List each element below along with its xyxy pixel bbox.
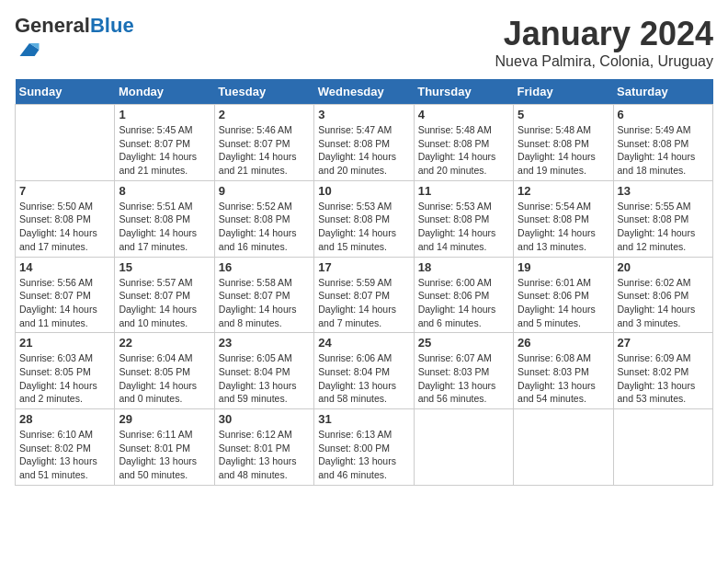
calendar-cell: 29Sunrise: 6:11 AM Sunset: 8:01 PM Dayli… (115, 409, 214, 486)
calendar-cell: 4Sunrise: 5:48 AM Sunset: 8:08 PM Daylig… (414, 105, 513, 181)
calendar-cell: 10Sunrise: 5:53 AM Sunset: 8:08 PM Dayli… (314, 180, 414, 257)
calendar-cell: 14Sunrise: 5:56 AM Sunset: 8:07 PM Dayli… (16, 257, 115, 333)
weekday-header: Monday (115, 79, 214, 105)
calendar-cell: 5Sunrise: 5:48 AM Sunset: 8:08 PM Daylig… (514, 105, 613, 181)
day-number: 2 (219, 108, 310, 121)
day-detail: Sunrise: 5:51 AM Sunset: 8:08 PM Dayligh… (119, 200, 210, 254)
calendar-cell (16, 105, 115, 181)
day-detail: Sunrise: 5:48 AM Sunset: 8:08 PM Dayligh… (518, 123, 609, 178)
calendar-cell: 11Sunrise: 5:53 AM Sunset: 8:08 PM Dayli… (414, 180, 513, 257)
day-detail: Sunrise: 5:47 AM Sunset: 8:08 PM Dayligh… (318, 123, 409, 178)
day-number: 18 (418, 260, 509, 274)
calendar-week-row: 7Sunrise: 5:50 AM Sunset: 8:08 PM Daylig… (16, 180, 713, 257)
day-number: 26 (518, 336, 609, 350)
day-number: 17 (318, 260, 409, 274)
day-detail: Sunrise: 6:12 AM Sunset: 8:01 PM Dayligh… (219, 428, 310, 482)
day-number: 31 (318, 412, 409, 426)
calendar-cell: 2Sunrise: 5:46 AM Sunset: 8:07 PM Daylig… (214, 105, 313, 181)
calendar-cell: 20Sunrise: 6:02 AM Sunset: 8:06 PM Dayli… (613, 257, 712, 333)
day-detail: Sunrise: 5:53 AM Sunset: 8:08 PM Dayligh… (418, 200, 509, 254)
day-number: 16 (219, 260, 310, 274)
page-header: GeneralBlue January 2024 Nueva Palmira, … (15, 15, 713, 70)
calendar-cell: 18Sunrise: 6:00 AM Sunset: 8:06 PM Dayli… (414, 257, 513, 333)
day-number: 27 (618, 336, 709, 350)
day-detail: Sunrise: 5:58 AM Sunset: 8:07 PM Dayligh… (219, 276, 310, 330)
day-number: 12 (518, 184, 609, 198)
calendar-cell: 9Sunrise: 5:52 AM Sunset: 8:08 PM Daylig… (214, 180, 313, 257)
day-detail: Sunrise: 6:06 AM Sunset: 8:04 PM Dayligh… (318, 351, 409, 406)
day-number: 29 (119, 412, 210, 426)
day-number: 23 (219, 336, 310, 350)
logo-icon (17, 37, 42, 63)
day-number: 24 (318, 336, 409, 350)
day-detail: Sunrise: 6:10 AM Sunset: 8:02 PM Dayligh… (19, 428, 110, 482)
location: Nueva Palmira, Colonia, Uruguay (495, 53, 713, 70)
calendar-cell: 8Sunrise: 5:51 AM Sunset: 8:08 PM Daylig… (115, 180, 214, 257)
month-title: January 2024 (495, 15, 713, 53)
day-number: 19 (518, 260, 609, 274)
calendar-cell: 15Sunrise: 5:57 AM Sunset: 8:07 PM Dayli… (115, 257, 214, 333)
weekday-header-row: SundayMondayTuesdayWednesdayThursdayFrid… (16, 79, 713, 105)
weekday-header: Saturday (613, 79, 712, 105)
day-number: 15 (119, 260, 210, 274)
day-number: 28 (19, 412, 110, 426)
calendar-cell: 7Sunrise: 5:50 AM Sunset: 8:08 PM Daylig… (16, 180, 115, 257)
day-detail: Sunrise: 5:52 AM Sunset: 8:08 PM Dayligh… (219, 200, 310, 254)
calendar-cell: 3Sunrise: 5:47 AM Sunset: 8:08 PM Daylig… (314, 105, 414, 181)
day-detail: Sunrise: 6:03 AM Sunset: 8:05 PM Dayligh… (19, 351, 110, 406)
logo-general: General (15, 14, 90, 37)
calendar-cell: 25Sunrise: 6:07 AM Sunset: 8:03 PM Dayli… (414, 333, 513, 409)
day-number: 6 (618, 108, 709, 121)
calendar-table: SundayMondayTuesdayWednesdayThursdayFrid… (15, 79, 713, 486)
calendar-week-row: 14Sunrise: 5:56 AM Sunset: 8:07 PM Dayli… (16, 257, 713, 333)
day-detail: Sunrise: 5:48 AM Sunset: 8:08 PM Dayligh… (418, 123, 509, 178)
day-detail: Sunrise: 5:46 AM Sunset: 8:07 PM Dayligh… (219, 123, 310, 178)
weekday-header: Sunday (16, 79, 115, 105)
day-detail: Sunrise: 6:00 AM Sunset: 8:06 PM Dayligh… (418, 276, 509, 330)
calendar-cell: 1Sunrise: 5:45 AM Sunset: 8:07 PM Daylig… (115, 105, 214, 181)
day-number: 13 (618, 184, 709, 198)
day-detail: Sunrise: 5:53 AM Sunset: 8:08 PM Dayligh… (318, 200, 409, 254)
calendar-week-row: 21Sunrise: 6:03 AM Sunset: 8:05 PM Dayli… (16, 333, 713, 409)
day-number: 14 (19, 260, 110, 274)
day-detail: Sunrise: 5:55 AM Sunset: 8:08 PM Dayligh… (618, 200, 709, 254)
calendar-cell: 21Sunrise: 6:03 AM Sunset: 8:05 PM Dayli… (16, 333, 115, 409)
calendar-cell: 6Sunrise: 5:49 AM Sunset: 8:08 PM Daylig… (613, 105, 712, 181)
logo-text: GeneralBlue (15, 15, 134, 37)
day-number: 25 (418, 336, 509, 350)
title-block: January 2024 Nueva Palmira, Colonia, Uru… (495, 15, 713, 70)
day-detail: Sunrise: 6:01 AM Sunset: 8:06 PM Dayligh… (518, 276, 609, 330)
calendar-cell: 27Sunrise: 6:09 AM Sunset: 8:02 PM Dayli… (613, 333, 712, 409)
day-detail: Sunrise: 6:13 AM Sunset: 8:00 PM Dayligh… (318, 428, 409, 482)
day-detail: Sunrise: 5:57 AM Sunset: 8:07 PM Dayligh… (119, 276, 210, 330)
logo: GeneralBlue (15, 15, 134, 66)
calendar-cell (414, 409, 513, 486)
calendar-cell: 26Sunrise: 6:08 AM Sunset: 8:03 PM Dayli… (514, 333, 613, 409)
day-number: 30 (219, 412, 310, 426)
day-number: 22 (119, 336, 210, 350)
weekday-header: Tuesday (214, 79, 313, 105)
weekday-header: Friday (514, 79, 613, 105)
day-number: 10 (318, 184, 409, 198)
day-number: 4 (418, 108, 509, 121)
day-number: 20 (618, 260, 709, 274)
calendar-cell: 13Sunrise: 5:55 AM Sunset: 8:08 PM Dayli… (613, 180, 712, 257)
day-detail: Sunrise: 6:09 AM Sunset: 8:02 PM Dayligh… (618, 351, 709, 406)
day-detail: Sunrise: 6:05 AM Sunset: 8:04 PM Dayligh… (219, 351, 310, 406)
day-detail: Sunrise: 5:59 AM Sunset: 8:07 PM Dayligh… (318, 276, 409, 330)
weekday-header: Thursday (414, 79, 513, 105)
day-number: 1 (119, 108, 210, 121)
calendar-cell: 23Sunrise: 6:05 AM Sunset: 8:04 PM Dayli… (214, 333, 313, 409)
day-number: 21 (19, 336, 110, 350)
day-detail: Sunrise: 5:50 AM Sunset: 8:08 PM Dayligh… (19, 200, 110, 254)
day-number: 5 (518, 108, 609, 121)
day-detail: Sunrise: 5:45 AM Sunset: 8:07 PM Dayligh… (119, 123, 210, 178)
day-detail: Sunrise: 6:02 AM Sunset: 8:06 PM Dayligh… (618, 276, 709, 330)
day-detail: Sunrise: 5:54 AM Sunset: 8:08 PM Dayligh… (518, 200, 609, 254)
logo-blue: Blue (90, 14, 134, 37)
calendar-cell: 31Sunrise: 6:13 AM Sunset: 8:00 PM Dayli… (314, 409, 414, 486)
day-detail: Sunrise: 6:07 AM Sunset: 8:03 PM Dayligh… (418, 351, 509, 406)
calendar-week-row: 28Sunrise: 6:10 AM Sunset: 8:02 PM Dayli… (16, 409, 713, 486)
day-detail: Sunrise: 6:08 AM Sunset: 8:03 PM Dayligh… (518, 351, 609, 406)
calendar-cell: 22Sunrise: 6:04 AM Sunset: 8:05 PM Dayli… (115, 333, 214, 409)
